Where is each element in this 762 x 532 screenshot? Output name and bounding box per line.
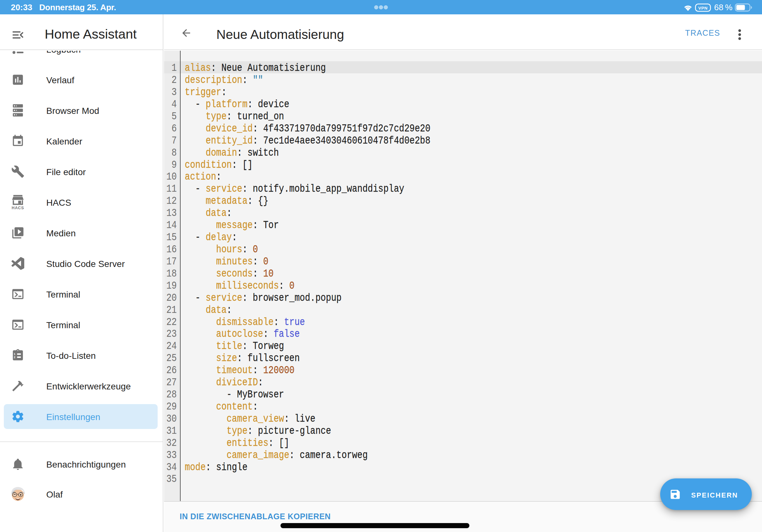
svg-text:HACS: HACS xyxy=(12,206,24,210)
svg-text:2: 2 xyxy=(14,355,15,359)
svg-text:VPN: VPN xyxy=(698,6,708,11)
